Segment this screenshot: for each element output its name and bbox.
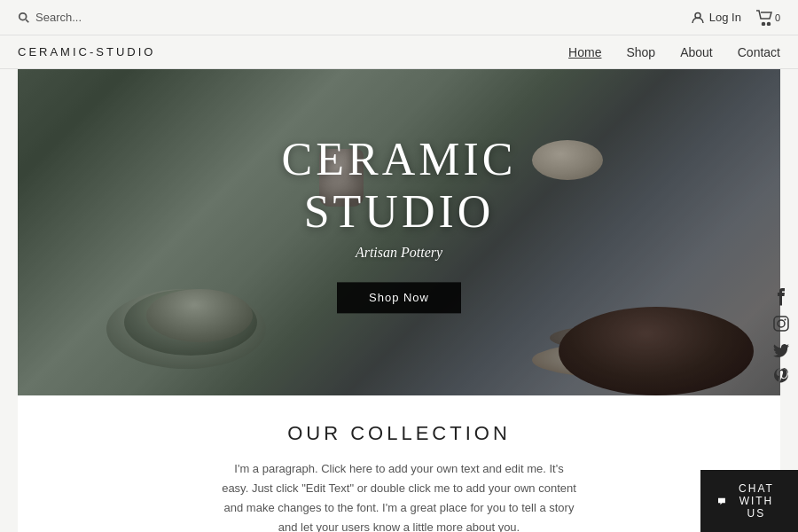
nav-link-home[interactable]: Home: [568, 45, 601, 59]
top-bar-right: Log In 0: [691, 10, 780, 26]
svg-rect-5: [774, 317, 788, 331]
hero-title: CERAMIC STUDIO: [208, 133, 590, 238]
svg-line-1: [26, 20, 28, 22]
chat-icon: [718, 495, 725, 508]
hero-subtitle: Artisan Pottery: [208, 245, 590, 261]
nav-item-contact[interactable]: Contact: [738, 44, 780, 60]
top-bar: Search... Log In 0: [0, 0, 798, 35]
brand-logo: CERAMIC-STUDIO: [18, 45, 155, 59]
nav-link-shop[interactable]: Shop: [626, 45, 655, 59]
hero-section: CERAMIC STUDIO Artisan Pottery Shop Now: [18, 69, 780, 395]
svg-point-3: [762, 22, 764, 25]
nav-bar: CERAMIC-STUDIO Home Shop About Contact: [0, 35, 798, 69]
svg-point-4: [767, 22, 770, 25]
chat-button[interactable]: CHAT WITH US: [700, 470, 798, 532]
nav-link-about[interactable]: About: [680, 45, 713, 59]
search-area[interactable]: Search...: [18, 11, 82, 24]
content-area: OUR COLLECTION I'm a paragraph. Click he…: [18, 395, 780, 532]
nav-item-shop[interactable]: Shop: [626, 44, 655, 60]
nav-item-home[interactable]: Home: [568, 44, 601, 60]
chat-label: CHAT WITH US: [732, 482, 780, 520]
social-bar: [764, 282, 798, 392]
svg-point-0: [20, 12, 27, 20]
collection-title: OUR COLLECTION: [53, 422, 745, 445]
instagram-icon[interactable]: [773, 316, 789, 332]
collection-section: OUR COLLECTION I'm a paragraph. Click he…: [35, 395, 763, 532]
user-icon: [691, 11, 705, 25]
login-button[interactable]: Log In: [691, 11, 741, 25]
search-icon: [18, 12, 30, 24]
svg-point-6: [778, 320, 785, 327]
cart-button[interactable]: 0: [755, 10, 780, 26]
hero-wrapper: CERAMIC STUDIO Artisan Pottery Shop Now: [0, 69, 798, 395]
pinterest-icon[interactable]: [773, 369, 789, 385]
nav-links: Home Shop About Contact: [568, 44, 780, 60]
facebook-icon[interactable]: [773, 289, 789, 305]
collection-body: I'm a paragraph. Click here to add your …: [222, 459, 576, 532]
twitter-icon[interactable]: [773, 342, 789, 358]
shop-now-button[interactable]: Shop Now: [337, 282, 461, 313]
svg-point-7: [785, 319, 786, 321]
login-label: Log In: [709, 11, 741, 24]
nav-item-about[interactable]: About: [680, 44, 713, 60]
hero-content: CERAMIC STUDIO Artisan Pottery Shop Now: [208, 133, 590, 313]
nav-link-contact[interactable]: Contact: [738, 45, 780, 59]
cart-icon: [755, 10, 775, 26]
search-placeholder: Search...: [35, 11, 82, 24]
cart-count: 0: [775, 12, 780, 23]
